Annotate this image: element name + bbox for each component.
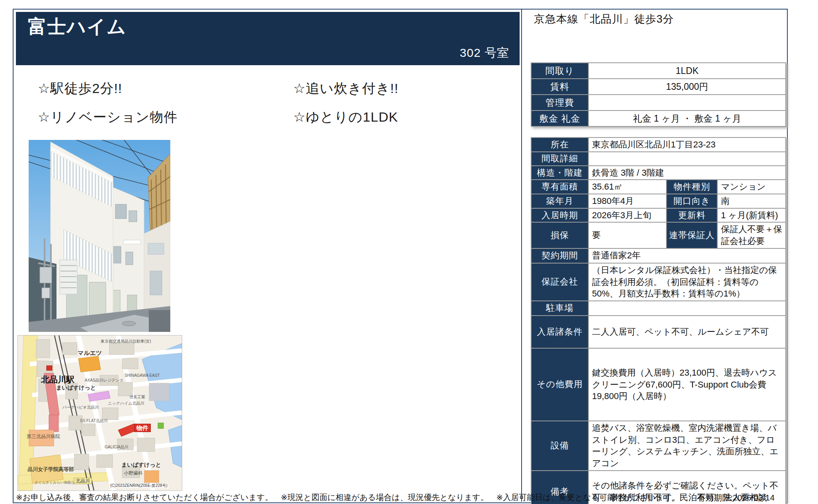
detail-label-property-type: 物件種別	[666, 180, 717, 194]
map-maruetsu-label: マルエツ	[78, 350, 102, 356]
detail-value-insurance: 要	[588, 222, 666, 248]
map-hospital-label: 第三北品川病院	[27, 434, 60, 439]
feature-walk: ☆駅徒歩2分!!	[38, 79, 122, 98]
detail-value-movein: 2026年3月上旬	[588, 208, 666, 223]
room-number: 302 号室	[460, 45, 509, 61]
map-label-ssflat: SS.FLAT北品川	[80, 419, 108, 423]
detail-label-conditions: 入居諸条件	[531, 316, 588, 348]
detail-value-facing: 南	[717, 194, 786, 208]
map-mybasket-label-2: まいばすけっと	[121, 462, 161, 467]
detail-label-facing: 開口向き	[666, 194, 717, 208]
summary-label-shikirei: 敷金 礼金	[531, 110, 588, 126]
map-roadsign-kitashinagawa: 北品川	[74, 478, 92, 484]
summary-value-kanrihi	[588, 95, 786, 110]
summary-table: 間取り 1LDK 賃料 135,000円 管理費 敷金 礼金 礼金 1 ヶ月 ・…	[531, 62, 786, 127]
map-copyright: (C)2023ZENRIN(Z05E-第228号)	[109, 483, 168, 488]
map-property-marker: 物件	[134, 424, 151, 432]
detail-label-renewal-fee: 更新料	[666, 208, 717, 223]
building-photo	[29, 140, 170, 332]
map-label-nickheim: ニックハイム北品川	[108, 401, 144, 405]
summary-label-madori: 間取り	[531, 63, 588, 79]
detail-label-parking: 駐車場	[531, 301, 588, 316]
train-access: 京急本線「北品川」徒歩3分	[534, 12, 674, 26]
detail-value-conditions: 二人入居可、ペット不可、ルームシェア不可	[588, 316, 786, 348]
detail-label-area: 専有面積	[531, 180, 588, 194]
map-label-parkhabio: パークハビオ北品川	[62, 405, 99, 409]
detail-value-built: 1980年4月	[588, 194, 666, 208]
map-label-bus-depot: 東京都交通局品川自動車(営)	[101, 339, 151, 343]
panel-divider	[521, 9, 522, 502]
map-school-label: 品川女子学院高等部	[27, 467, 74, 472]
map-label-sakura: さくらさくみらい御殿山	[35, 481, 75, 485]
detail-value-other-fees: 鍵交換費用（入居時）23,100円、退去時ハウスクリーニング67,600円、T-…	[588, 348, 786, 421]
property-flyer: 富士ハイム 302 号室 ☆駅徒歩2分!! ☆追い炊き付き!! ☆リノベーション…	[0, 0, 818, 504]
feature-renovation: ☆リノベーション物件	[38, 108, 177, 126]
detail-value-guarantee-company: （日本レンタル保証株式会社）・当社指定の保証会社利用必須。（初回保証料：賃料等の…	[588, 263, 786, 301]
summary-value-madori: 1LDK	[588, 63, 786, 79]
summary-value-rent: 135,000円	[588, 79, 786, 95]
maruetsu-building	[78, 356, 101, 372]
map-station-label: 北品川駅	[41, 375, 74, 384]
detail-value-renewal-fee: 1 ヶ月(新賃料)	[717, 208, 786, 223]
feature-reheat: ☆追い炊き付き!!	[293, 79, 399, 98]
detail-label-built: 築年月	[531, 194, 588, 208]
detail-label-contract-term: 契約期間	[531, 248, 588, 263]
summary-label-kanrihi: 管理費	[531, 95, 588, 110]
map-label-axas: AXAS品川レジデンス	[85, 378, 124, 382]
map-dental-label: 小野歯科	[124, 471, 143, 475]
detail-label-equipment: 設備	[531, 421, 588, 471]
map-mybasket-label-1: まいばすけっと	[56, 385, 96, 390]
map-label-shinagawa-east: SHINAGAWA EAST	[125, 374, 160, 378]
summary-label-rent: 賃料	[531, 79, 588, 95]
area-map: 北品川駅 マルエツ まいばすけっと 物件 まいばすけっと 小野歯科 品川女子学院…	[18, 335, 182, 491]
map-label-galicia: GALICIA品川	[105, 445, 128, 449]
detail-value-parking	[588, 301, 786, 316]
disclaimer-notes: ※お申し込み後、審査の結果お断りさせていただく場合がございます。 ※現況と図面に…	[16, 492, 680, 503]
detail-table: 所在 東京都品川区北品川1丁目23-23 間取詳細 構造・階建 鉄骨造 3階 /…	[531, 137, 786, 504]
building-name: 富士ハイム	[28, 14, 127, 39]
map-label-fushimi: 伏見工業	[129, 395, 145, 399]
detail-value-address: 東京都品川区北品川1丁目23-23	[588, 138, 786, 152]
detail-label-movein: 入居時期	[531, 208, 588, 223]
detail-label-insurance: 損保	[531, 222, 588, 248]
detail-value-structure: 鉄骨造 3階 / 3階建	[588, 166, 786, 180]
detail-label-guarantee-company: 保証会社	[531, 263, 588, 301]
detail-value-property-type: マンション	[717, 180, 786, 194]
detail-value-layout-detail	[588, 152, 786, 166]
feature-1ldk: ☆ゆとりの1LDK	[293, 108, 398, 126]
detail-label-layout-detail: 間取詳細	[531, 152, 588, 166]
detail-value-contract-term: 普通借家2年	[588, 248, 786, 263]
detail-value-area: 35.61㎡	[588, 180, 666, 194]
detail-label-address: 所在	[531, 138, 588, 152]
header-banner: 富士ハイム 302 号室	[16, 12, 520, 65]
detail-label-other-fees: その他費用	[531, 348, 588, 421]
detail-value-guarantor: 保証人不要＋保証会社必要	[717, 222, 786, 248]
detail-value-equipment: 追焚バス、浴室乾燥機、室内洗濯機置き場、バストイレ別、コンロ3口、エアコン付き、…	[588, 421, 786, 471]
expiry-date: 有効期限:2026/03/14	[697, 492, 775, 503]
detail-label-guarantor: 連帯保証人	[666, 222, 717, 248]
detail-label-structure: 構造・階建	[531, 166, 588, 180]
summary-value-shikirei: 礼金 1 ヶ月 ・ 敷金 1 ヶ月	[588, 110, 786, 126]
